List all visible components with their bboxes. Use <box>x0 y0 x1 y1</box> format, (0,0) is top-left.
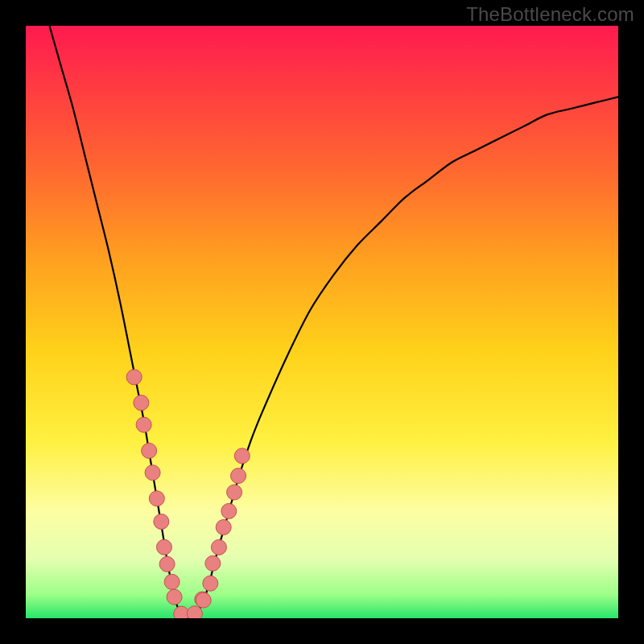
data-dot <box>164 574 180 589</box>
data-dot <box>187 606 202 618</box>
data-dot <box>205 555 221 571</box>
data-dot <box>174 606 189 618</box>
data-dot <box>221 503 237 518</box>
data-dot <box>142 443 157 458</box>
data-dot <box>145 465 160 481</box>
chart-frame <box>26 26 618 618</box>
data-dot <box>134 395 149 411</box>
data-dot <box>154 514 169 529</box>
data-dot <box>216 519 231 535</box>
data-dot <box>196 592 211 608</box>
chart-svg <box>26 26 618 618</box>
gradient-background <box>26 26 618 618</box>
data-dot <box>126 369 142 385</box>
watermark-label: TheBottleneck.com <box>466 3 634 26</box>
data-dot <box>211 539 226 555</box>
data-dot <box>156 539 171 555</box>
data-dot <box>149 491 164 506</box>
data-dot <box>167 589 182 605</box>
data-dot <box>234 448 250 464</box>
data-dot <box>136 417 151 432</box>
data-dot <box>203 576 218 591</box>
data-dot <box>227 485 242 500</box>
data-dot <box>159 556 175 572</box>
data-dot <box>231 469 246 484</box>
